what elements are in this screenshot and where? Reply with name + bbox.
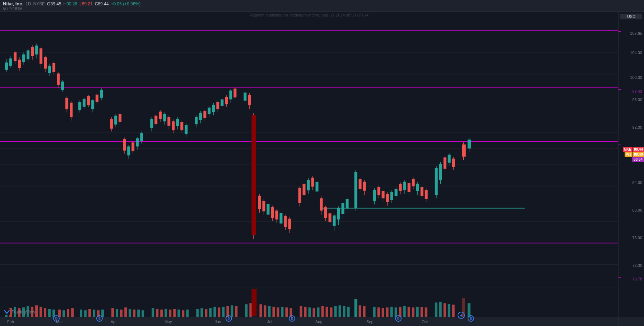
svg-rect-287	[403, 306, 406, 317]
svg-rect-100	[208, 108, 210, 114]
svg-rect-270	[321, 306, 324, 317]
svg-rect-259	[268, 306, 270, 317]
svg-rect-138	[302, 184, 305, 195]
svg-rect-198	[448, 155, 451, 163]
svg-rect-267	[308, 307, 311, 317]
svg-rect-140	[307, 180, 310, 190]
svg-rect-78	[154, 116, 157, 124]
svg-rect-152	[333, 216, 336, 226]
svg-rect-70	[131, 142, 134, 151]
candles-aug2	[355, 170, 366, 211]
svg-rect-34	[44, 57, 47, 69]
svg-rect-292	[425, 307, 427, 317]
svg-rect-223	[88, 309, 91, 317]
tv-logo-area: TradingView	[4, 309, 35, 315]
svg-rect-230	[124, 307, 127, 317]
svg-rect-300	[4, 309, 10, 315]
svg-rect-24	[22, 55, 25, 62]
svg-rect-283	[386, 307, 389, 317]
symbol-timeframe: 1D	[26, 1, 31, 6]
svg-rect-116	[248, 95, 251, 105]
svg-rect-86	[172, 121, 175, 130]
svg-rect-242	[182, 310, 184, 317]
svg-rect-172	[386, 194, 389, 202]
price-label-96: 96.00	[632, 98, 642, 102]
main-wrapper: Rataash published on TradingView.com, Se…	[0, 12, 644, 326]
tv-logo-text: TradingView	[11, 310, 35, 315]
volume-label: Vol 9.181M	[3, 6, 641, 11]
svg-rect-276	[347, 307, 350, 317]
svg-rect-26	[27, 50, 29, 59]
svg-rect-154	[337, 208, 340, 219]
svg-rect-227	[111, 308, 114, 317]
time-label-jul: Jul	[267, 320, 272, 324]
price-label-107: 107.65	[630, 31, 642, 36]
svg-rect-294	[439, 302, 442, 317]
marker-d1: D	[53, 315, 60, 322]
svg-rect-166	[373, 190, 376, 201]
svg-rect-122	[262, 201, 265, 211]
svg-rect-82	[163, 114, 166, 121]
price-badges: NKE 89.44 Pre 89.40 88.64	[623, 147, 644, 162]
svg-rect-178	[399, 184, 402, 191]
svg-rect-295	[444, 303, 446, 317]
svg-rect-20	[14, 52, 17, 61]
svg-rect-262	[281, 307, 283, 317]
svg-rect-72	[136, 138, 139, 147]
axis-time-right	[618, 317, 644, 326]
svg-rect-182	[408, 183, 411, 192]
candles-mar	[78, 88, 103, 113]
nke-value: 89.44	[633, 147, 644, 152]
time-label-feb: Feb	[7, 320, 14, 324]
svg-rect-224	[93, 310, 95, 317]
svg-rect-282	[382, 308, 384, 317]
price-label-104: 104.00	[630, 51, 642, 55]
svg-rect-44	[65, 98, 68, 109]
svg-rect-240	[173, 309, 176, 317]
svg-rect-104	[216, 102, 219, 109]
svg-rect-136	[298, 188, 301, 203]
purple-value: 88.64	[632, 157, 644, 162]
svg-rect-204	[468, 140, 471, 148]
svg-rect-190	[425, 190, 428, 199]
svg-rect-132	[284, 216, 287, 227]
svg-rect-66	[123, 139, 126, 151]
candles-sep	[373, 177, 428, 205]
watermark: Rataash published on TradingView.com, Se…	[250, 13, 369, 17]
svg-rect-68	[127, 146, 130, 155]
svg-rect-202	[462, 145, 466, 157]
axis-line-107	[618, 31, 621, 32]
time-label-apr: Apr	[111, 320, 117, 324]
svg-rect-186	[416, 184, 419, 191]
volume-chart	[0, 288, 618, 317]
svg-rect-160	[355, 172, 357, 208]
svg-rect-50	[83, 99, 85, 107]
svg-rect-18	[9, 58, 12, 66]
svg-rect-231	[129, 309, 131, 317]
time-label-jun: Jun	[215, 320, 221, 324]
svg-rect-144	[316, 182, 319, 192]
ohlc-high: H90.26	[63, 1, 77, 6]
svg-rect-256	[251, 289, 256, 316]
svg-rect-88	[176, 119, 179, 126]
candlestick-svg	[0, 12, 618, 288]
svg-rect-106	[221, 99, 223, 106]
symbol-name: Nike, Inc.	[3, 1, 23, 6]
svg-rect-271	[326, 307, 328, 317]
svg-rect-196	[444, 157, 446, 169]
svg-rect-280	[373, 307, 376, 317]
svg-rect-258	[264, 305, 266, 317]
axis-volume	[618, 288, 644, 317]
svg-rect-60	[110, 119, 113, 129]
time-label-sep: Sep	[366, 320, 374, 324]
svg-rect-42	[61, 82, 64, 90]
svg-rect-48	[78, 102, 81, 110]
svg-rect-218	[62, 310, 65, 317]
marker-e1: E	[96, 315, 103, 322]
symbol-exchange: NYSE	[33, 1, 45, 6]
svg-rect-108	[225, 97, 228, 104]
svg-rect-291	[421, 307, 423, 317]
svg-rect-120	[258, 196, 261, 209]
svg-rect-293	[435, 303, 437, 317]
svg-rect-180	[403, 182, 406, 190]
